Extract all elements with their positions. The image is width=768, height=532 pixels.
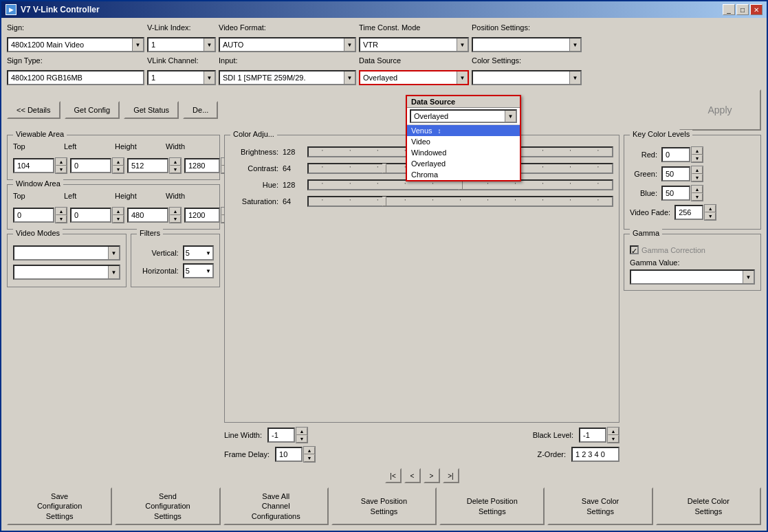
data-source-dropdown-popup[interactable]: Data Source Overlayed ▼ Venus ↕ Video Wi… — [406, 95, 521, 181]
color-settings-arrow[interactable]: ▼ — [569, 71, 580, 84]
dropdown-item-overlayed[interactable]: Overlayed — [407, 158, 520, 169]
wa-top-down[interactable]: ▼ — [56, 215, 67, 223]
wa-top-spinbtns[interactable]: ▲ ▼ — [55, 207, 67, 223]
video-mode2-arrow[interactable]: ▼ — [108, 266, 119, 278]
va-top-up[interactable]: ▲ — [56, 158, 67, 166]
horizontal-filter-arrow[interactable]: ▼ — [206, 268, 211, 274]
line-width-spinbtns[interactable]: ▲ ▼ — [296, 427, 308, 443]
wa-left-spinbtns[interactable]: ▲ ▼ — [112, 207, 124, 223]
maximize-button[interactable]: □ — [736, 4, 749, 15]
input-select[interactable]: SDI 1 [SMPTE 259M/29. ▼ — [219, 70, 356, 85]
frame-delay-input[interactable] — [275, 447, 303, 462]
gamma-correction-checkbox[interactable]: ✓ — [630, 245, 639, 254]
contrast-thumb[interactable] — [382, 164, 386, 173]
frame-delay-down[interactable]: ▼ — [304, 454, 315, 462]
vlink-index-select[interactable]: 1 ▼ — [147, 37, 216, 52]
green-down[interactable]: ▼ — [692, 174, 703, 181]
wa-top-spinner[interactable]: ▲ ▼ — [13, 207, 67, 223]
red-spinbtns[interactable]: ▲ ▼ — [691, 146, 703, 163]
va-left-input[interactable]: 0 — [70, 158, 111, 173]
delete-position-button[interactable]: Delete PositionSettings — [439, 487, 545, 525]
dropdown-item-venus[interactable]: Venus ↕ — [407, 125, 520, 136]
nav-last-button[interactable]: >| — [443, 468, 459, 483]
va-left-spinbtns[interactable]: ▲ ▼ — [112, 157, 124, 174]
details-button[interactable]: << Details — [7, 101, 61, 119]
saturation-thumb[interactable] — [382, 197, 386, 206]
data-source-select[interactable]: Overlayed ▼ — [359, 70, 469, 85]
defaults-button[interactable]: De... — [183, 101, 218, 119]
va-left-spinner[interactable]: 0 ▲ ▼ — [70, 157, 124, 174]
va-width-input[interactable]: 1280 — [184, 158, 220, 173]
blue-down[interactable]: ▼ — [692, 193, 703, 201]
dropdown-item-video[interactable]: Video — [407, 136, 520, 147]
time-const-select[interactable]: VTR ▼ — [359, 37, 469, 52]
nav-prev-button[interactable]: < — [404, 468, 421, 483]
blue-spinner[interactable]: ▲ ▼ — [661, 185, 703, 201]
black-level-up[interactable]: ▲ — [608, 428, 619, 435]
nav-next-button[interactable]: > — [424, 468, 440, 483]
close-button[interactable]: ✕ — [750, 4, 762, 15]
video-fade-up[interactable]: ▲ — [705, 205, 716, 212]
line-width-spinner[interactable]: ▲ ▼ — [267, 427, 308, 443]
va-height-spinbtns[interactable]: ▲ ▼ — [169, 157, 182, 174]
vertical-filter-select[interactable]: 5 ▼ — [183, 245, 214, 261]
black-level-spinbtns[interactable]: ▲ ▼ — [607, 427, 619, 443]
sign-select[interactable]: 480x1200 Main Video ▼ — [7, 37, 144, 52]
get-status-button[interactable]: Get Status — [124, 101, 179, 119]
va-left-up[interactable]: ▲ — [113, 158, 124, 166]
dropdown-item-windowed[interactable]: Windowed — [407, 147, 520, 158]
wa-left-spinner[interactable]: ▲ ▼ — [70, 207, 124, 223]
va-top-down[interactable]: ▼ — [56, 166, 67, 173]
frame-delay-spinner[interactable]: ▲ ▼ — [275, 446, 316, 463]
wa-left-up[interactable]: ▲ — [113, 208, 124, 215]
video-format-arrow[interactable]: ▼ — [344, 38, 355, 51]
wa-left-input[interactable] — [70, 208, 111, 223]
green-input[interactable] — [661, 166, 690, 181]
vertical-filter-arrow[interactable]: ▼ — [206, 250, 211, 256]
green-spinner[interactable]: ▲ ▼ — [661, 166, 703, 182]
green-spinbtns[interactable]: ▲ ▼ — [691, 166, 703, 182]
hue-thumb[interactable] — [459, 180, 463, 190]
green-up[interactable]: ▲ — [692, 166, 703, 174]
wa-top-up[interactable]: ▲ — [56, 208, 67, 215]
va-height-input[interactable]: 512 — [127, 158, 168, 173]
line-width-input[interactable] — [267, 428, 295, 443]
black-level-spinner[interactable]: ▲ ▼ — [579, 427, 619, 443]
delete-color-button[interactable]: Delete ColorSettings — [656, 487, 761, 525]
video-fade-spinbtns[interactable]: ▲ ▼ — [704, 204, 716, 221]
color-settings-select[interactable]: ▼ — [472, 70, 582, 85]
red-spinner[interactable]: ▲ ▼ — [661, 146, 703, 163]
sign-arrow[interactable]: ▼ — [132, 38, 143, 51]
vlink-index-arrow[interactable]: ▼ — [204, 38, 215, 51]
video-fade-spinner[interactable]: ▲ ▼ — [674, 204, 716, 221]
wa-left-down[interactable]: ▼ — [113, 215, 124, 223]
minimize-button[interactable]: _ — [723, 4, 735, 15]
save-position-button[interactable]: Save PositionSettings — [331, 487, 437, 525]
frame-delay-spinbtns[interactable]: ▲ ▼ — [303, 446, 316, 463]
dropdown-current-arrow[interactable]: ▼ — [505, 111, 516, 122]
wa-width-input[interactable] — [184, 208, 220, 223]
va-top-input[interactable]: 104 — [13, 158, 54, 173]
blue-input[interactable] — [661, 186, 690, 201]
position-settings-select[interactable]: ▼ — [472, 37, 582, 52]
video-mode1-select[interactable]: ▼ — [13, 245, 120, 261]
send-config-button[interactable]: SendConfigurationSettings — [115, 487, 220, 525]
saturation-slider[interactable]: ''''''''''' — [307, 196, 613, 207]
wa-height-spinbtns[interactable]: ▲ ▼ — [169, 207, 182, 223]
position-settings-arrow[interactable]: ▼ — [569, 38, 580, 51]
video-format-select[interactable]: AUTO ▼ — [219, 37, 356, 52]
wa-height-down[interactable]: ▼ — [170, 215, 181, 223]
save-color-button[interactable]: Save ColorSettings — [547, 487, 652, 525]
video-fade-input[interactable] — [674, 205, 703, 220]
wa-height-up[interactable]: ▲ — [170, 208, 181, 215]
wa-height-input[interactable] — [127, 208, 168, 223]
data-source-arrow[interactable]: ▼ — [457, 71, 468, 84]
frame-delay-up[interactable]: ▲ — [304, 447, 315, 454]
save-all-button[interactable]: Save AllChannelConfigurations — [223, 487, 329, 525]
line-width-down[interactable]: ▼ — [296, 435, 307, 443]
red-input[interactable] — [661, 147, 690, 162]
va-height-spinner[interactable]: 512 ▲ ▼ — [127, 157, 182, 174]
nav-first-button[interactable]: |< — [385, 468, 402, 483]
time-const-arrow[interactable]: ▼ — [457, 38, 468, 51]
video-mode2-select[interactable]: ▼ — [13, 265, 120, 280]
